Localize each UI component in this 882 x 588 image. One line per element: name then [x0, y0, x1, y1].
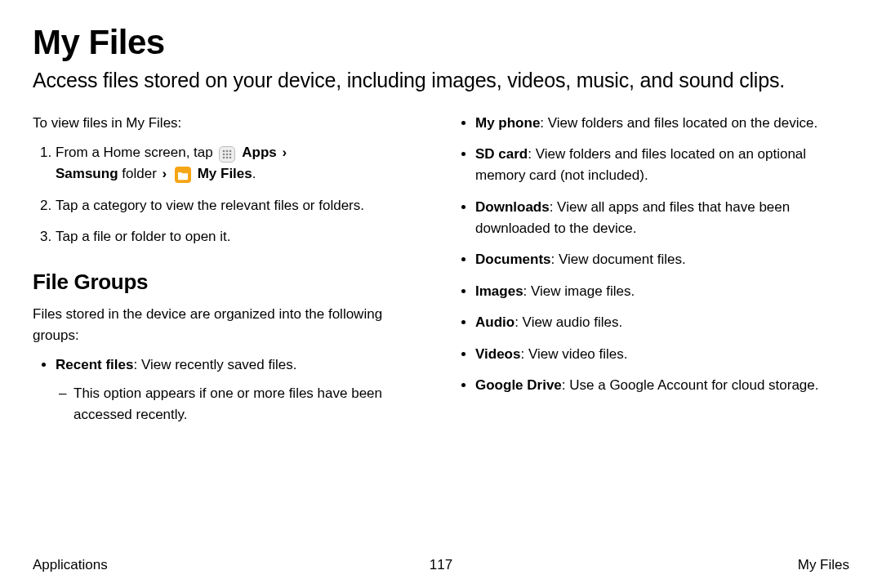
footer-left: Applications — [33, 557, 108, 573]
videos-desc: : View video files. — [520, 346, 627, 362]
right-column: My phone: View folders and files located… — [452, 113, 849, 436]
svg-point-3 — [223, 154, 225, 156]
svg-point-7 — [226, 157, 229, 159]
file-groups-heading: File Groups — [33, 265, 430, 298]
left-column: To view files in My Files: From a Home s… — [33, 113, 430, 436]
videos-label: Videos — [475, 346, 520, 362]
page-number: 117 — [430, 557, 452, 573]
my-phone-desc: : View folders and files located on the … — [540, 115, 817, 131]
page-lead: Access files stored on your device, incl… — [33, 67, 849, 95]
svg-point-5 — [229, 154, 232, 156]
apps-grid-icon — [219, 146, 235, 163]
chevron-right-icon: › — [161, 166, 169, 181]
downloads-item: Downloads: View all apps and files that … — [475, 197, 849, 240]
google-drive-item: Google Drive: Use a Google Account for c… — [475, 375, 849, 396]
google-drive-desc: : Use a Google Account for cloud storage… — [562, 377, 819, 393]
page-title: My Files — [33, 23, 849, 62]
audio-label: Audio — [475, 314, 514, 330]
step-2: Tap a category to view the relevant file… — [56, 195, 430, 216]
documents-desc: : View document files. — [551, 252, 686, 267]
recent-files-label: Recent files — [56, 357, 133, 372]
google-drive-label: Google Drive — [475, 377, 562, 393]
folder-icon — [175, 167, 191, 183]
steps-list: From a Home screen, tap Apps › Sams — [33, 142, 430, 247]
samsung-label: Samsung — [56, 166, 118, 181]
step-1-line-2: Samsung folder › My Files. — [56, 163, 430, 185]
left-bullet-list: Recent files: View recently saved files.… — [33, 354, 430, 425]
step1-period: . — [252, 166, 256, 181]
svg-point-1 — [226, 150, 229, 153]
recent-files-desc: : View recently saved files. — [133, 357, 296, 372]
right-bullet-list: My phone: View folders and files located… — [452, 113, 849, 396]
svg-point-2 — [229, 150, 232, 153]
recent-files-note: This option appears if one or more files… — [74, 383, 430, 426]
documents-label: Documents — [475, 252, 551, 267]
sd-card-item: SD card: View folders and files located … — [475, 144, 849, 187]
recent-files-item: Recent files: View recently saved files.… — [56, 354, 430, 425]
folder-word: folder — [122, 166, 157, 181]
svg-point-4 — [226, 154, 229, 156]
footer-right: My Files — [798, 557, 849, 573]
documents-item: Documents: View document files. — [475, 249, 849, 270]
step-1: From a Home screen, tap Apps › Sams — [56, 142, 430, 185]
svg-point-6 — [223, 157, 225, 159]
downloads-label: Downloads — [475, 199, 550, 215]
step-1-line-1: From a Home screen, tap Apps › — [56, 142, 430, 163]
svg-point-0 — [223, 150, 225, 153]
svg-point-8 — [229, 157, 232, 159]
images-item: Images: View image files. — [475, 281, 849, 302]
apps-label: Apps — [242, 145, 277, 160]
intro-line: To view files in My Files: — [33, 113, 430, 134]
sd-card-label: SD card — [475, 146, 528, 162]
recent-files-sublist: This option appears if one or more files… — [56, 383, 430, 426]
my-phone-label: My phone — [475, 115, 540, 131]
audio-desc: : View audio files. — [514, 314, 622, 330]
two-column-body: To view files in My Files: From a Home s… — [33, 113, 849, 436]
step1-prefix: From a Home screen, tap — [56, 145, 213, 160]
manual-page: My Files Access files stored on your dev… — [0, 0, 882, 588]
audio-item: Audio: View audio files. — [475, 312, 849, 333]
images-label: Images — [475, 283, 523, 299]
chevron-right-icon: › — [280, 145, 288, 160]
file-groups-intro: Files stored in the device are organized… — [33, 304, 430, 347]
videos-item: Videos: View video files. — [475, 344, 849, 365]
step-3: Tap a file or folder to open it. — [56, 226, 430, 247]
myfiles-label: My Files — [198, 166, 252, 181]
images-desc: : View image files. — [523, 283, 635, 299]
page-footer: Applications 117 My Files — [33, 557, 849, 573]
my-phone-item: My phone: View folders and files located… — [475, 113, 849, 134]
